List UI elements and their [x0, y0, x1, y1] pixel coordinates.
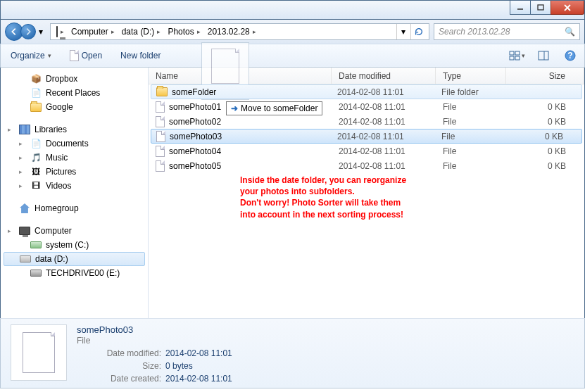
organize-menu[interactable]: Organize ▾ [6, 49, 56, 63]
sidebar-item-videos[interactable]: ▸🎞Videos [1, 179, 148, 193]
minimize-button[interactable] [510, 1, 531, 15]
file-row[interactable]: somePhoto012014-02-08 11:01File0 KB [149, 99, 584, 114]
file-row[interactable]: somePhoto032014-02-08 11:01File0 KB [151, 129, 582, 144]
open-button[interactable]: Open [65, 48, 106, 63]
annotation-text: Inside the date folder, you can reorgani… [240, 175, 570, 220]
close-button[interactable] [551, 1, 584, 15]
breadcrumb-label: Photos [168, 27, 194, 37]
file-name: somePhoto01 [169, 102, 221, 112]
navigation-sidebar: 📦Dropbox 📄Recent Places Google ▸Librarie… [1, 68, 149, 318]
breadcrumb[interactable]: data (D:)▸ [119, 24, 164, 39]
file-icon [156, 101, 165, 113]
sidebar-item-pictures[interactable]: ▸🖼Pictures [1, 165, 148, 179]
breadcrumb-root[interactable]: ▸ [54, 24, 67, 39]
svg-rect-5 [539, 51, 548, 60]
new-folder-button[interactable]: New folder [116, 49, 165, 63]
sidebar-computer[interactable]: ▸Computer [1, 224, 148, 238]
file-type: File [443, 161, 456, 171]
window-titlebar [0, 0, 585, 20]
file-size: 0 KB [548, 117, 566, 127]
breadcrumb[interactable]: Computer▸ [68, 24, 118, 39]
file-row[interactable]: somePhoto042014-02-08 11:01File0 KB [149, 144, 584, 158]
sidebar-item-music[interactable]: ▸🎵Music [1, 151, 148, 165]
preview-pane-button[interactable] [535, 48, 552, 63]
file-icon [70, 50, 79, 61]
file-date: 2014-02-08 11:01 [337, 87, 404, 97]
svg-rect-0 [538, 5, 543, 10]
help-button[interactable]: ? [562, 48, 579, 63]
sidebar-drive-d[interactable]: data (D:) [4, 252, 145, 266]
move-arrow-icon: ➜ [231, 103, 238, 113]
file-row[interactable]: somePhoto052014-02-08 11:01File0 KB [149, 158, 584, 173]
search-input[interactable]: Search 2013.02.28 🔍 [434, 23, 580, 40]
file-row[interactable]: someFolder2014-02-08 11:01File folder [151, 84, 582, 99]
sidebar-item-google[interactable]: Google [1, 100, 148, 114]
toolbar: Organize ▾ Open New folder ▾ ? [0, 44, 585, 68]
drag-tooltip: ➜Move to someFolder [226, 101, 322, 115]
file-date: 2014-02-08 11:01 [337, 132, 404, 141]
file-type: File [443, 117, 456, 127]
address-dropdown[interactable]: ▾ [396, 24, 409, 39]
details-key-modified: Date modified: [77, 348, 161, 358]
file-name: somePhoto05 [169, 161, 221, 171]
file-date: 2014-02-08 11:01 [339, 146, 405, 156]
file-type: File [441, 132, 455, 141]
file-row[interactable]: somePhoto022014-02-08 11:01File0 KB [149, 114, 584, 129]
svg-text:?: ? [567, 51, 572, 61]
sidebar-item-documents[interactable]: ▸📄Documents [1, 137, 148, 151]
view-options-button[interactable]: ▾ [508, 48, 525, 63]
file-date: 2014-02-08 11:01 [339, 161, 405, 171]
address-bar[interactable]: ▸ Computer▸ data (D:)▸ Photos▸ 2013.02.2… [50, 23, 429, 40]
breadcrumb[interactable]: 2013.02.28▸ [205, 24, 259, 39]
details-filetype: File [77, 336, 232, 346]
file-icon [156, 131, 165, 142]
file-thumbnail [11, 324, 67, 381]
file-size: 0 KB [548, 161, 566, 171]
details-val-created: 2014-02-08 11:01 [165, 374, 232, 384]
file-type: File [443, 102, 456, 112]
file-name: somePhoto03 [170, 132, 222, 141]
sidebar-item-dropbox[interactable]: 📦Dropbox [1, 72, 148, 86]
column-size[interactable]: Size [506, 68, 584, 84]
svg-rect-4 [515, 56, 520, 60]
file-name: somePhoto02 [169, 117, 221, 127]
folder-icon [156, 87, 168, 96]
sidebar-item-recent[interactable]: 📄Recent Places [1, 86, 148, 100]
details-val-modified: 2014-02-08 11:01 [165, 348, 232, 358]
breadcrumb-label: data (D:) [122, 27, 155, 37]
sidebar-drive-c[interactable]: system (C:) [1, 238, 148, 252]
file-date: 2014-02-08 11:01 [339, 117, 405, 127]
breadcrumb[interactable]: Photos▸ [165, 24, 203, 39]
file-icon [156, 160, 165, 172]
details-val-size: 0 bytes [165, 361, 193, 371]
file-type: File [443, 146, 456, 156]
file-name: someFolder [172, 87, 216, 97]
breadcrumb-label: 2013.02.28 [208, 27, 250, 37]
svg-rect-3 [510, 56, 514, 60]
file-date: 2014-02-08 11:01 [339, 102, 405, 112]
details-pane: somePhoto03 File Date modified:2014-02-0… [0, 318, 585, 388]
search-icon: 🔍 [565, 27, 575, 37]
file-type: File folder [441, 87, 479, 97]
details-key-created: Date created: [77, 374, 161, 384]
search-placeholder: Search 2013.02.28 [439, 27, 510, 37]
details-filename: somePhoto03 [77, 324, 232, 335]
file-size: 0 KB [545, 132, 563, 141]
file-size: 0 KB [548, 146, 566, 156]
svg-rect-1 [510, 51, 514, 55]
file-name: somePhoto04 [169, 146, 221, 156]
navigation-bar: ▾ ▸ Computer▸ data (D:)▸ Photos▸ 2013.02… [0, 20, 585, 44]
forward-button[interactable] [20, 24, 36, 39]
column-date[interactable]: Date modified [332, 68, 436, 84]
refresh-button[interactable] [410, 24, 426, 39]
column-type[interactable]: Type [436, 68, 506, 84]
file-icon [156, 146, 165, 157]
file-icon [156, 116, 165, 127]
maximize-button[interactable] [530, 1, 551, 15]
sidebar-libraries[interactable]: ▸Libraries [1, 122, 148, 137]
file-size: 0 KB [548, 102, 566, 112]
svg-rect-2 [515, 51, 520, 55]
history-dropdown[interactable]: ▾ [36, 25, 46, 39]
sidebar-drive-e[interactable]: TECHDRIVE00 (E:) [1, 266, 148, 280]
sidebar-homegroup[interactable]: Homegroup [1, 201, 148, 215]
